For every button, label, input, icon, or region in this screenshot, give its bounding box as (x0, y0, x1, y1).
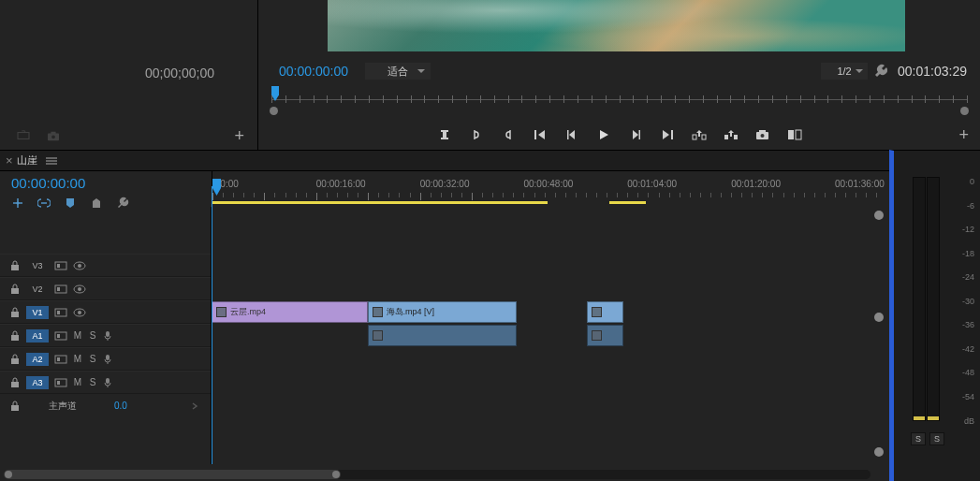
fx-badge-icon[interactable] (373, 330, 383, 341)
fx-badge-icon[interactable] (373, 307, 383, 317)
track-header-v3[interactable]: V3 (0, 254, 211, 277)
master-value[interactable]: 0.0 (114, 401, 127, 411)
export-frame-icon[interactable] (17, 130, 30, 141)
camera-icon[interactable] (47, 130, 60, 141)
svg-rect-25 (57, 264, 60, 268)
master-track[interactable]: 主声道 0.0 (0, 394, 211, 417)
track-v2-lane[interactable] (212, 277, 889, 300)
chevron-right-icon[interactable] (190, 401, 199, 411)
track-header-a1[interactable]: A1MS (0, 324, 211, 347)
preview-viewport[interactable] (328, 0, 905, 51)
solo-button[interactable]: S (88, 354, 97, 364)
fx-badge-icon[interactable] (592, 330, 602, 341)
play-icon[interactable] (595, 126, 612, 143)
clip[interactable] (587, 301, 623, 323)
solo-button[interactable]: S (88, 330, 97, 341)
resolution-select[interactable]: 1/2 (821, 63, 868, 80)
sync-lock-icon[interactable] (54, 260, 67, 271)
lock-icon[interactable] (9, 284, 21, 295)
eye-icon[interactable] (73, 307, 86, 318)
program-in-timecode[interactable]: 00:00:00:00 (279, 64, 348, 79)
scrollbar-thumb[interactable] (4, 470, 341, 479)
lock-icon[interactable] (9, 377, 21, 388)
zoom-handle[interactable] (874, 211, 884, 220)
add-button[interactable]: + (958, 125, 969, 145)
program-out-timecode[interactable]: 00:01:03:29 (898, 64, 967, 79)
lock-icon[interactable] (9, 260, 21, 271)
mark-out-button[interactable] (500, 126, 517, 143)
lock-icon[interactable] (9, 330, 21, 342)
track-header-v1[interactable]: V1 (0, 300, 211, 324)
svg-rect-8 (693, 135, 696, 139)
timeline-hscrollbar[interactable] (4, 470, 870, 479)
sequence-tab[interactable]: × 山崖 (0, 151, 889, 171)
close-icon[interactable]: × (6, 153, 13, 168)
zoom-handle[interactable] (874, 313, 884, 322)
step-forward-icon[interactable] (627, 126, 644, 143)
mic-icon[interactable] (103, 354, 112, 365)
clip[interactable] (587, 325, 623, 346)
go-to-in-icon[interactable] (532, 126, 549, 143)
timeline-content[interactable]: 云层.mp4海岛.mp4 [V] (212, 207, 889, 464)
timeline-timecode[interactable]: 00:00:00:00 (11, 175, 212, 191)
lift-icon[interactable] (691, 126, 708, 143)
solo-right-button[interactable]: S (929, 432, 944, 445)
track-label[interactable]: A2 (26, 353, 49, 366)
sync-lock-icon[interactable] (54, 307, 67, 318)
source-timecode[interactable]: 00;00;00;00 (145, 66, 214, 80)
work-area-bar[interactable] (609, 201, 646, 204)
settings-icon[interactable] (873, 64, 888, 79)
extract-icon[interactable] (723, 126, 739, 143)
program-scrubber[interactable] (271, 86, 967, 112)
track-v1-lane[interactable]: 云层.mp4海岛.mp4 [V] (212, 300, 889, 324)
mute-button[interactable]: M (73, 330, 82, 341)
sync-lock-icon[interactable] (54, 377, 67, 388)
export-frame-icon[interactable] (754, 126, 771, 143)
track-v3-lane[interactable] (212, 254, 889, 277)
track-label[interactable]: V3 (26, 259, 49, 272)
zoom-fit-select[interactable]: 适合 (365, 63, 431, 80)
lock-icon[interactable] (9, 401, 21, 412)
step-back-icon[interactable] (563, 126, 580, 143)
mic-icon[interactable] (103, 377, 112, 388)
zoom-handle-right[interactable] (960, 107, 969, 115)
lock-icon[interactable] (9, 354, 21, 365)
sync-lock-icon[interactable] (54, 354, 67, 365)
go-to-out-icon[interactable] (659, 126, 676, 143)
lock-icon[interactable] (9, 307, 21, 318)
fx-badge-icon[interactable] (592, 307, 602, 317)
timeline-ruler[interactable]: :00:0000:00:16:0000:00:32:0000:00:48:000… (212, 179, 882, 203)
comparison-icon[interactable] (786, 126, 803, 143)
zoom-handle[interactable] (874, 447, 884, 457)
eye-icon[interactable] (73, 284, 86, 295)
track-a2-lane[interactable] (212, 347, 889, 371)
track-header-a3[interactable]: A3MS (0, 371, 211, 394)
mute-button[interactable]: M (73, 377, 82, 387)
track-header-a2[interactable]: A2MS (0, 347, 211, 371)
clip[interactable]: 云层.mp4 (212, 301, 368, 323)
track-header-v2[interactable]: V2 (0, 277, 211, 300)
track-label[interactable]: V2 (26, 283, 49, 296)
mark-in-icon[interactable] (436, 126, 453, 143)
panel-menu-icon[interactable] (45, 157, 58, 165)
mark-in-button[interactable] (468, 126, 485, 143)
track-label[interactable]: A1 (26, 329, 49, 343)
clip[interactable] (368, 325, 517, 346)
work-area-bar[interactable] (212, 201, 548, 204)
mic-icon[interactable] (103, 330, 112, 342)
solo-left-button[interactable]: S (911, 432, 926, 445)
track-label[interactable]: V1 (26, 306, 49, 319)
playhead-line[interactable] (212, 186, 212, 464)
track-a1-lane[interactable] (212, 324, 889, 347)
track-label[interactable]: A3 (26, 376, 49, 389)
eye-icon[interactable] (73, 260, 86, 271)
track-a3-lane[interactable] (212, 371, 889, 394)
solo-button[interactable]: S (88, 377, 97, 387)
zoom-handle-left[interactable] (270, 107, 278, 115)
clip[interactable]: 海岛.mp4 [V] (368, 301, 517, 323)
sync-lock-icon[interactable] (54, 330, 67, 342)
fx-badge-icon[interactable] (216, 307, 227, 317)
add-button[interactable]: + (234, 126, 244, 146)
sync-lock-icon[interactable] (54, 284, 67, 295)
mute-button[interactable]: M (73, 354, 82, 364)
